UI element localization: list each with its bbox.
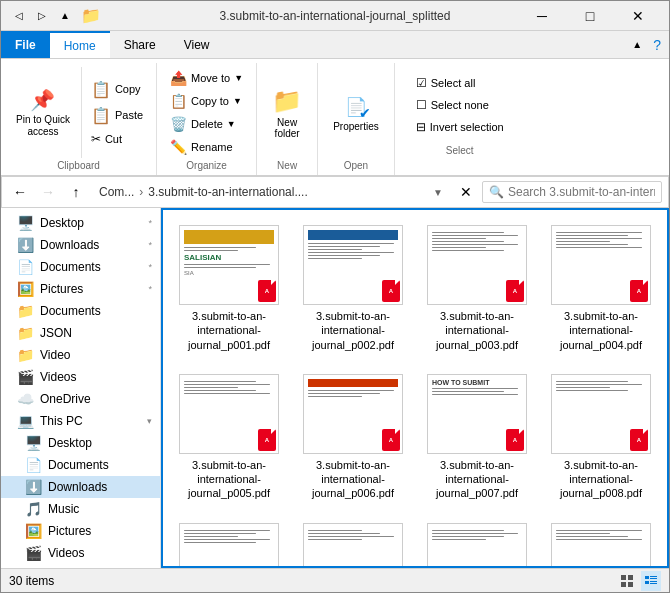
properties-button[interactable]: 📄 ✔ Properties: [326, 88, 386, 137]
svg-rect-4: [645, 576, 649, 579]
search-icon: 🔍: [489, 185, 504, 199]
up-button[interactable]: ↑: [64, 180, 88, 204]
delete-button[interactable]: 🗑️ Delete ▼: [165, 113, 248, 135]
file-name: 3.submit-to-an-international-journal_p00…: [426, 309, 528, 352]
title-bar-forward-btn[interactable]: ▷: [32, 6, 52, 26]
tab-share[interactable]: Share: [110, 31, 170, 58]
ribbon-tabs: File Home Share View ▲ ?: [1, 31, 669, 59]
sidebar-item-videos[interactable]: 🎬 Videos: [1, 366, 160, 388]
minimize-button[interactable]: ─: [519, 1, 565, 31]
item-count: 30 items: [9, 574, 54, 588]
rename-button[interactable]: ✏️ Rename: [165, 136, 248, 158]
new-label: New: [277, 158, 297, 175]
sidebar-item-music[interactable]: 🎵 Music: [1, 498, 160, 520]
move-dropdown-icon: ▼: [234, 73, 243, 83]
title-bar-up-btn[interactable]: ▲: [55, 6, 75, 26]
invert-selection-button[interactable]: ⊟ Invert selection: [411, 117, 509, 137]
back-button[interactable]: ←: [8, 180, 32, 204]
sidebar-item-label: Videos: [40, 370, 76, 384]
pictures2-icon: 🖼️: [25, 523, 42, 539]
address-path[interactable]: Com... › 3.submit-to-an-international...…: [92, 182, 450, 202]
ribbon-content: 📌 Pin to Quick access 📋 Copy 📋 Paste: [1, 59, 669, 175]
sidebar-item-videos2[interactable]: 🎬 Videos: [1, 542, 160, 564]
sidebar-item-documents2[interactable]: 📁 Documents: [1, 300, 160, 322]
move-to-button[interactable]: 📤 Move to ▼: [165, 67, 248, 89]
file-item[interactable]: A3.submit-to-an-international-journal_p0…: [543, 218, 659, 359]
file-item[interactable]: A3.submit-to-an-international-journal_p0…: [171, 367, 287, 508]
sidebar-item-documents[interactable]: 📄 Documents *: [1, 256, 160, 278]
folder-icon-2: 📁: [17, 303, 34, 319]
search-box[interactable]: 🔍: [482, 181, 662, 203]
svg-rect-5: [645, 581, 649, 584]
select-all-button[interactable]: ☑ Select all: [411, 73, 509, 93]
file-item[interactable]: A3.submit-to-an-international-journal_p0…: [171, 516, 287, 568]
large-icons-view-btn[interactable]: [617, 571, 637, 591]
title-bar-back-btn[interactable]: ◁: [9, 6, 29, 26]
clipboard-label: Clipboard: [57, 158, 100, 175]
new-folder-button[interactable]: 📁 New folder: [265, 82, 309, 144]
sidebar-item-json[interactable]: 📁 JSON: [1, 322, 160, 344]
address-dropdown-icon: ▼: [433, 187, 443, 198]
tab-home[interactable]: Home: [50, 31, 110, 58]
details-view-btn[interactable]: [641, 571, 661, 591]
file-name: 3.submit-to-an-international-journal_p00…: [302, 458, 404, 501]
maximize-button[interactable]: □: [567, 1, 613, 31]
file-item[interactable]: A3.submit-to-an-international-journal_p0…: [419, 516, 535, 568]
folder-icon-3: 📁: [17, 325, 34, 341]
tab-view[interactable]: View: [170, 31, 224, 58]
window-title: 3.submit-to-an-international-journal_spl…: [220, 9, 451, 23]
copy-to-icon: 📋: [170, 93, 187, 109]
file-thumbnail: A: [551, 225, 651, 305]
sidebar-item-pictures2[interactable]: 🖼️ Pictures: [1, 520, 160, 542]
sidebar-item-onedrive[interactable]: ☁️ OneDrive: [1, 388, 160, 410]
sidebar-item-desktop[interactable]: 🖥️ Desktop *: [1, 212, 160, 234]
svg-rect-2: [621, 582, 626, 587]
address-close-btn[interactable]: ✕: [454, 180, 478, 204]
pin-quick-access-button[interactable]: 📌 Pin to Quick access: [9, 83, 77, 143]
ribbon-group-new: 📁 New folder New: [257, 63, 318, 175]
tab-file[interactable]: File: [1, 31, 50, 58]
sidebar-item-downloads[interactable]: ⬇️ Downloads *: [1, 234, 160, 256]
copy-button[interactable]: 📋 Copy: [86, 77, 148, 102]
file-thumbnail: A: [427, 523, 527, 568]
sidebar-item-desktop2[interactable]: 🖥️ Desktop: [1, 432, 160, 454]
sidebar-item-video[interactable]: 📁 Video: [1, 344, 160, 366]
file-content-area: SALISIANSIAA3.submit-to-an-international…: [161, 208, 669, 568]
sidebar-item-pictures[interactable]: 🖼️ Pictures *: [1, 278, 160, 300]
new-buttons: 📁 New folder: [265, 67, 309, 158]
close-button[interactable]: ✕: [615, 1, 661, 31]
select-none-button[interactable]: ☐ Select none: [411, 95, 509, 115]
sidebar-item-downloads2[interactable]: ⬇️ Downloads: [1, 476, 160, 498]
sidebar-item-thispc[interactable]: 💻 This PC ▾: [1, 410, 160, 432]
file-item[interactable]: A3.submit-to-an-international-journal_p0…: [543, 516, 659, 568]
sidebar-item-label: Documents: [40, 260, 101, 274]
paste-button[interactable]: 📋 Paste: [86, 103, 148, 128]
sidebar-item-label: Documents: [40, 304, 101, 318]
delete-dropdown-icon: ▼: [227, 119, 236, 129]
file-item[interactable]: HOW TO SUBMITA3.submit-to-an-internation…: [419, 367, 535, 508]
pdf-badge: A: [382, 429, 400, 451]
expand-arrow: ▾: [147, 416, 152, 426]
ribbon-expand-btn[interactable]: ▲: [627, 35, 647, 55]
file-item[interactable]: A3.submit-to-an-international-journal_p0…: [295, 516, 411, 568]
copy-to-button[interactable]: 📋 Copy to ▼: [165, 90, 248, 112]
file-item[interactable]: A3.submit-to-an-international-journal_p0…: [295, 367, 411, 508]
cut-button[interactable]: ✂ Cut: [86, 129, 148, 149]
view-controls: [617, 571, 661, 591]
search-input[interactable]: [508, 185, 655, 199]
file-item[interactable]: A3.submit-to-an-international-journal_p0…: [419, 218, 535, 359]
pictures-icon: 🖼️: [17, 281, 34, 297]
forward-button[interactable]: →: [36, 180, 60, 204]
path-part-2: 3.submit-to-an-international....: [148, 185, 307, 199]
select-all-icon: ☑: [416, 76, 427, 90]
sidebar-item-label: Downloads: [48, 480, 107, 494]
file-item[interactable]: A3.submit-to-an-international-journal_p0…: [295, 218, 411, 359]
sidebar-item-documents3[interactable]: 📄 Documents: [1, 454, 160, 476]
sidebar: 🖥️ Desktop * ⬇️ Downloads * 📄 Documents …: [1, 208, 161, 568]
rename-icon: ✏️: [170, 139, 187, 155]
pdf-badge: A: [258, 280, 276, 302]
sidebar-item-label: Downloads: [40, 238, 99, 252]
file-item[interactable]: SALISIANSIAA3.submit-to-an-international…: [171, 218, 287, 359]
file-item[interactable]: A3.submit-to-an-international-journal_p0…: [543, 367, 659, 508]
pdf-badge: A: [506, 429, 524, 451]
